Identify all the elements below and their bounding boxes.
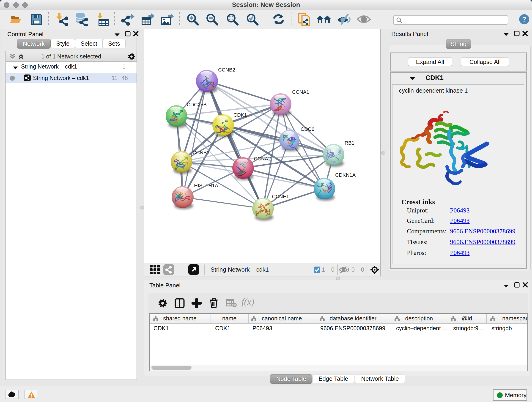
svg-text:HIST1H1A: HIST1H1A (194, 183, 218, 188)
svg-text:CDK1: CDK1 (234, 112, 247, 118)
svg-text:RB1: RB1 (345, 140, 355, 146)
svg-text:CCNB1: CCNB1 (192, 150, 210, 155)
svg-text:CDKN1A: CDKN1A (335, 172, 356, 178)
svg-text:CCNB2: CCNB2 (218, 67, 235, 73)
svg-text:CDC25B: CDC25B (187, 102, 207, 108)
svg-text:CCNA1: CCNA1 (292, 89, 309, 95)
svg-text:CCNA2: CCNA2 (254, 156, 271, 162)
svg-text:?: ? (522, 15, 526, 23)
svg-text:CCNE1: CCNE1 (272, 194, 289, 199)
svg-text:CDC6: CDC6 (301, 126, 314, 132)
